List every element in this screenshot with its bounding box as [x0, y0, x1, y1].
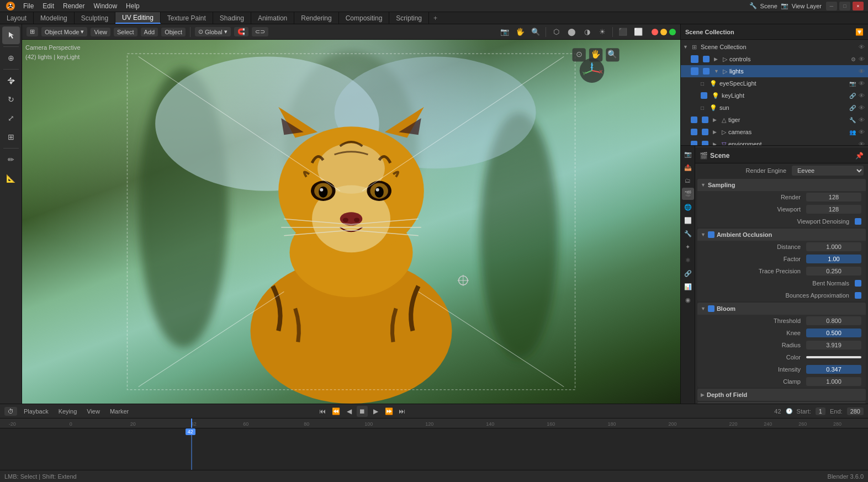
tool-scale[interactable]: ⤢ [2, 109, 20, 127]
timeline-editor-type[interactable]: ⏱ [4, 407, 17, 416]
timeline-track[interactable]: -20 0 20 42 60 80 100 120 140 160 180 20… [0, 419, 868, 470]
outliner-item-tiger[interactable]: ▶ △ tiger 🔧 👁 [681, 114, 868, 126]
tab-modeling[interactable]: Modeling [34, 12, 75, 24]
panel-close-btn[interactable] [652, 29, 658, 35]
view-menu-btn[interactable]: View [91, 28, 110, 36]
tab-compositing[interactable]: Compositing [339, 12, 390, 24]
tool-rotate[interactable]: ↻ [2, 91, 20, 108]
tab-texture-paint[interactable]: Texture Paint [161, 12, 213, 24]
start-frame-input[interactable]: 1 [816, 407, 825, 415]
tool-select[interactable] [2, 27, 20, 44]
ao-bent-check[interactable] [855, 280, 861, 287]
keylight-check[interactable] [701, 92, 707, 99]
outliner-item-eyespeclight[interactable]: □ 💡 eyeSpecLight 📷 👁 [681, 77, 868, 89]
prop-icon-world[interactable]: 🌐 [682, 201, 694, 213]
wireframe-shading-btn[interactable]: ⬡ [549, 25, 563, 39]
tool-cursor[interactable]: ⊕ [2, 49, 20, 67]
outliner-item-sun[interactable]: □ 💡 sun 🔗 👁 [681, 102, 868, 114]
window-close[interactable]: × [853, 2, 864, 10]
outliner-filter-icon[interactable]: 🔽 [855, 28, 864, 36]
sun-visibility[interactable]: 👁 [857, 104, 866, 111]
camera-view-btn[interactable]: 📷 [498, 25, 511, 39]
ao-distance-value[interactable]: 1.000 [806, 242, 861, 251]
prop-icon-view-layer[interactable]: 🗂 [682, 174, 694, 187]
tab-sculpting[interactable]: Sculpting [75, 12, 115, 24]
add-workspace-tab[interactable]: + [429, 12, 442, 24]
controls-settings[interactable]: ⚙ [851, 56, 856, 62]
marker-btn[interactable]: Marker [107, 407, 132, 416]
playback-btn[interactable]: Playback [20, 407, 52, 416]
keylight-visibility[interactable]: 👁 [857, 92, 866, 99]
bloom-clamp-value[interactable]: 1.000 [806, 377, 861, 386]
outliner-item-keylight[interactable]: 💡 keyLight 🔗 👁 [681, 89, 868, 102]
prop-icon-object[interactable]: ⬜ [682, 214, 694, 226]
tab-animation[interactable]: Animation [251, 12, 294, 24]
env-check2[interactable] [702, 141, 708, 145]
prop-icon-output[interactable]: 📤 [682, 161, 694, 173]
tool-transform[interactable]: ⊞ [2, 128, 20, 146]
prop-icon-modifiers[interactable]: 🔧 [682, 227, 694, 240]
bloom-header[interactable]: ▼ Bloom [697, 303, 866, 315]
controls-check[interactable] [691, 55, 698, 63]
panel-yellow-btn[interactable] [660, 29, 667, 35]
prop-icon-scene[interactable]: 🎬 [682, 188, 694, 200]
prop-icon-data[interactable]: 📊 [682, 280, 694, 293]
step-back-btn[interactable]: ⏪ [330, 406, 341, 417]
tool-measure[interactable]: 📐 [2, 170, 20, 187]
viewport-canvas[interactable]: Z X Y ⊙ 🖐 [22, 40, 680, 404]
bloom-color-value[interactable] [806, 356, 861, 358]
env-check[interactable] [691, 141, 697, 145]
object-menu-btn[interactable]: Object [161, 28, 186, 36]
eyespeclight-check[interactable]: □ [701, 81, 708, 87]
cameras-check2[interactable] [702, 129, 708, 135]
tab-shading[interactable]: Shading [213, 12, 251, 24]
jump-start-btn[interactable]: ⏮ [317, 406, 328, 417]
ao-trace-value[interactable]: 0.250 [806, 267, 861, 276]
solid-shading-btn[interactable]: ⬤ [565, 25, 578, 39]
scene-collection-visibility[interactable]: 👁 [857, 44, 866, 50]
lights-visibility[interactable]: 👁 [857, 68, 866, 75]
prop-icon-constraints[interactable]: 🔗 [682, 267, 694, 279]
tab-scripting[interactable]: Scripting [389, 12, 429, 24]
controls-visibility[interactable]: 👁 [857, 56, 866, 62]
viewport-samples-value[interactable]: 128 [806, 205, 861, 214]
panel-green-btn[interactable] [669, 29, 676, 35]
menu-render[interactable]: Render [59, 0, 89, 12]
dof-header[interactable]: ▶ Depth of Field [697, 389, 866, 401]
menu-window[interactable]: Window [89, 0, 121, 12]
play-reverse-btn[interactable]: ◀ [343, 406, 354, 417]
ao-factor-value[interactable]: 1.00 [806, 255, 861, 263]
fly-mode-btn[interactable]: 🖐 [514, 25, 527, 39]
cameras-visibility[interactable]: 👁 [857, 129, 866, 135]
menu-file[interactable]: File [19, 0, 38, 12]
tab-layout[interactable]: Layout [0, 12, 34, 24]
view-btn[interactable]: View [83, 407, 103, 416]
outliner-item-controls[interactable]: ▶ ▷ controls ⚙ 👁 [681, 53, 868, 65]
lights-check[interactable] [691, 67, 698, 75]
env-visibility[interactable]: 👁 [857, 141, 866, 145]
render-preview-btn[interactable]: 🔍 [529, 25, 542, 39]
ao-header[interactable]: ▼ Ambient Occlusion [697, 229, 866, 241]
mode-select-btn[interactable]: Object Mode ▾ [41, 27, 87, 36]
bloom-threshold-value[interactable]: 0.800 [806, 316, 861, 325]
prop-icon-particles[interactable]: ✦ [682, 241, 694, 253]
select-menu-btn[interactable]: Select [114, 28, 137, 36]
viewport-denoising-check[interactable] [855, 218, 861, 225]
keying-btn[interactable]: Keying [55, 407, 81, 416]
controls-check2[interactable] [703, 56, 710, 62]
outliner-item-cameras[interactable]: ▶ ▷ cameras 👥 👁 [681, 126, 868, 138]
transform-pivot-btn[interactable]: ⊙ Global ▾ [195, 27, 231, 36]
bloom-enabled-check[interactable] [708, 305, 714, 312]
cameras-check[interactable] [691, 129, 697, 135]
rendered-shading-btn[interactable]: ☀ [596, 25, 609, 39]
material-shading-btn[interactable]: ◑ [580, 25, 594, 39]
tool-annotate[interactable]: ✏ [2, 151, 20, 168]
outliner-item-environment[interactable]: ▶ ▽ enviornment 👁 [681, 138, 868, 145]
tab-rendering[interactable]: Rendering [294, 12, 338, 24]
ao-bounces-check[interactable] [855, 292, 861, 299]
window-maximize[interactable]: □ [839, 2, 850, 10]
overlay-toggle-btn[interactable]: ⬛ [616, 25, 629, 39]
jump-end-btn[interactable]: ⏭ [396, 406, 407, 417]
step-forward-btn[interactable]: ⏩ [383, 406, 394, 417]
tool-move[interactable] [2, 72, 20, 89]
